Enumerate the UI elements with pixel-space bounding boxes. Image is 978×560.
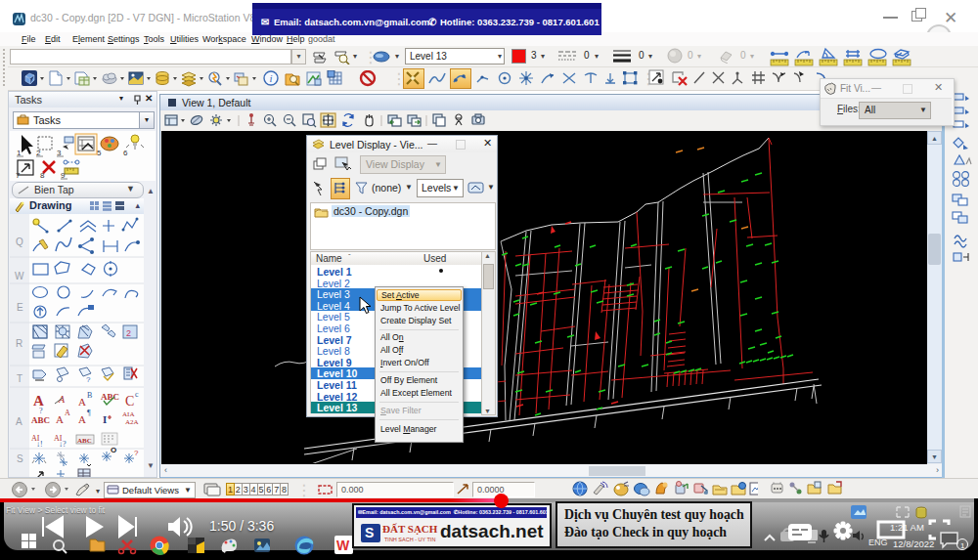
svg-text:c: c: [135, 390, 139, 399]
svg-text:1: 1: [17, 149, 22, 157]
svg-text:2: 2: [36, 149, 41, 157]
svg-text:?: ?: [134, 449, 139, 457]
svg-text:Q: Q: [16, 237, 23, 247]
svg-text:C: C: [125, 394, 134, 409]
svg-text:B: B: [87, 391, 92, 400]
svg-text:W: W: [15, 271, 24, 281]
svg-text:O: O: [111, 446, 116, 454]
svg-text:A2A: A2A: [125, 418, 139, 426]
svg-text:2: 2: [126, 328, 131, 338]
svg-text:7: 7: [16, 171, 21, 180]
svg-text:A: A: [16, 416, 22, 427]
svg-text:8: 8: [40, 171, 45, 180]
svg-text:R: R: [16, 338, 22, 349]
svg-text:3: 3: [57, 149, 62, 157]
svg-text:I: I: [103, 413, 107, 425]
svg-text:9: 9: [61, 171, 66, 180]
svg-text:A: A: [58, 394, 66, 405]
svg-text:E: E: [17, 302, 23, 313]
svg-text:↓?: ↓?: [59, 440, 67, 449]
svg-text:A: A: [65, 409, 70, 417]
svg-text:i: i: [269, 72, 272, 84]
svg-text:¶: ¶: [87, 409, 91, 417]
svg-text:S: S: [17, 453, 23, 464]
svg-text:?: ?: [39, 407, 43, 415]
svg-text:A: A: [56, 413, 64, 425]
svg-text:ABC: ABC: [31, 415, 50, 425]
svg-text:5: 5: [97, 149, 102, 157]
svg-text:A: A: [78, 413, 86, 425]
svg-text:↓!: ↓!: [36, 440, 43, 449]
svg-text:?: ?: [86, 375, 91, 384]
svg-text:A: A: [78, 396, 86, 408]
svg-text:6: 6: [123, 149, 128, 157]
svg-text:ABC: ABC: [101, 392, 119, 402]
svg-text:ABC: ABC: [77, 437, 92, 445]
svg-text:T: T: [17, 373, 22, 384]
svg-text:W: W: [336, 538, 350, 553]
svg-text:1: 1: [960, 541, 965, 550]
svg-text:AIA: AIA: [122, 410, 134, 418]
